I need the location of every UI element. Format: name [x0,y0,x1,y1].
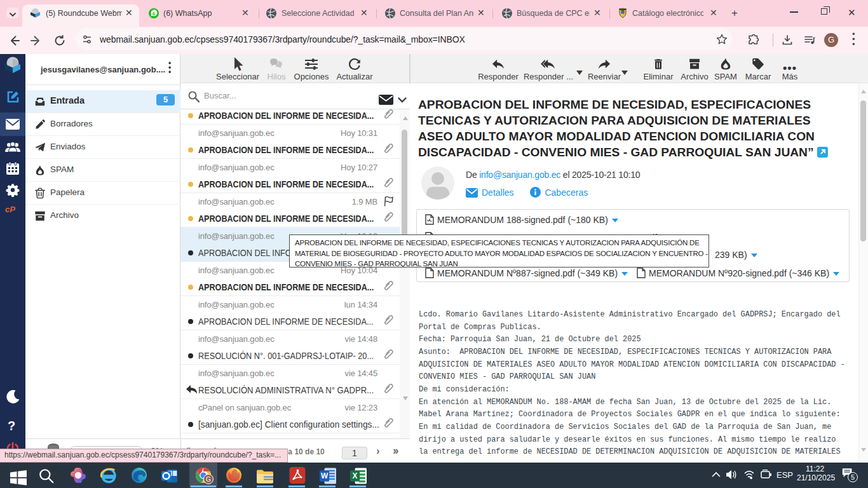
svg-text:X: X [353,471,358,480]
svg-text:6: 6 [153,11,156,17]
svg-text:W: W [321,471,329,480]
